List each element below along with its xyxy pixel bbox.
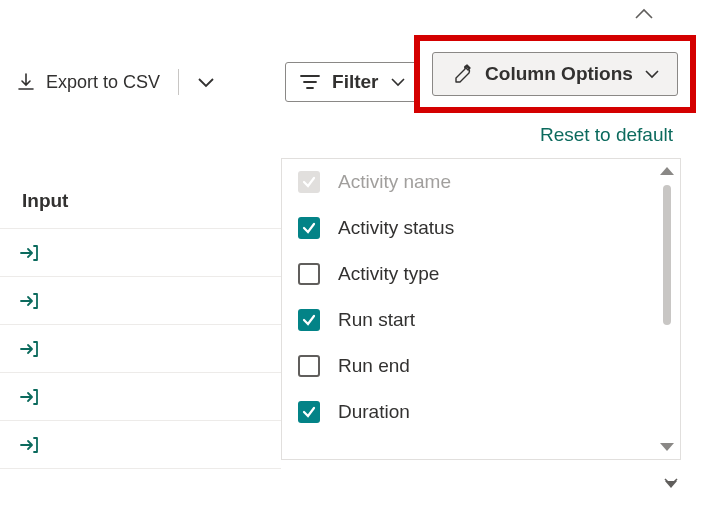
table-row[interactable] bbox=[0, 277, 281, 325]
filter-button[interactable]: Filter bbox=[285, 62, 419, 102]
option-label: Activity type bbox=[338, 263, 439, 285]
export-csv-button[interactable]: Export to CSV bbox=[16, 72, 160, 93]
option-label: Activity status bbox=[338, 217, 454, 239]
scroll-thumb[interactable] bbox=[663, 185, 671, 325]
option-activity-status[interactable]: Activity status bbox=[282, 205, 680, 251]
option-label: Duration bbox=[338, 401, 410, 423]
chevron-down-icon bbox=[391, 77, 405, 87]
input-icon[interactable] bbox=[18, 290, 40, 312]
option-label: Activity name bbox=[338, 171, 451, 193]
option-run-end[interactable]: Run end bbox=[282, 343, 680, 389]
divider bbox=[178, 69, 179, 95]
column-header-input[interactable]: Input bbox=[0, 180, 281, 229]
data-table: Input bbox=[0, 180, 281, 469]
download-icon bbox=[16, 72, 36, 92]
option-activity-name: Activity name bbox=[282, 159, 680, 205]
export-csv-label: Export to CSV bbox=[46, 72, 160, 93]
checkbox-disabled-checked bbox=[298, 171, 320, 193]
wrench-icon bbox=[451, 63, 473, 85]
input-icon[interactable] bbox=[18, 386, 40, 408]
table-row[interactable] bbox=[0, 373, 281, 421]
option-duration[interactable]: Duration bbox=[282, 389, 680, 435]
filter-icon bbox=[300, 74, 320, 90]
scrollbar[interactable] bbox=[660, 167, 674, 451]
input-icon[interactable] bbox=[18, 434, 40, 456]
svg-marker-0 bbox=[665, 481, 677, 488]
scroll-down-icon[interactable] bbox=[660, 443, 674, 451]
reset-to-default-link[interactable]: Reset to default bbox=[540, 124, 673, 146]
option-run-start[interactable]: Run start bbox=[282, 297, 680, 343]
table-row[interactable] bbox=[0, 325, 281, 373]
export-area: Export to CSV bbox=[16, 69, 221, 95]
reset-label: Reset to default bbox=[540, 124, 673, 145]
filter-label: Filter bbox=[332, 71, 378, 93]
column-header-label: Input bbox=[22, 190, 68, 211]
input-icon[interactable] bbox=[18, 242, 40, 264]
column-options-label: Column Options bbox=[485, 63, 633, 85]
export-dropdown-button[interactable] bbox=[191, 72, 221, 92]
option-label: Run end bbox=[338, 355, 410, 377]
column-options-panel: Activity name Activity status Activity t… bbox=[281, 158, 681, 460]
option-activity-type[interactable]: Activity type bbox=[282, 251, 680, 297]
table-row[interactable] bbox=[0, 229, 281, 277]
checkbox-checked[interactable] bbox=[298, 309, 320, 331]
checkbox-checked[interactable] bbox=[298, 401, 320, 423]
option-label: Run start bbox=[338, 309, 415, 331]
column-options-button[interactable]: Column Options bbox=[432, 52, 678, 96]
collapse-caret[interactable] bbox=[635, 8, 653, 20]
input-icon[interactable] bbox=[18, 338, 40, 360]
table-row[interactable] bbox=[0, 421, 281, 469]
page-down-caret[interactable] bbox=[663, 476, 679, 490]
checkbox-unchecked[interactable] bbox=[298, 355, 320, 377]
checkbox-checked[interactable] bbox=[298, 217, 320, 239]
chevron-down-icon bbox=[645, 69, 659, 79]
scroll-up-icon[interactable] bbox=[660, 167, 674, 175]
checkbox-unchecked[interactable] bbox=[298, 263, 320, 285]
